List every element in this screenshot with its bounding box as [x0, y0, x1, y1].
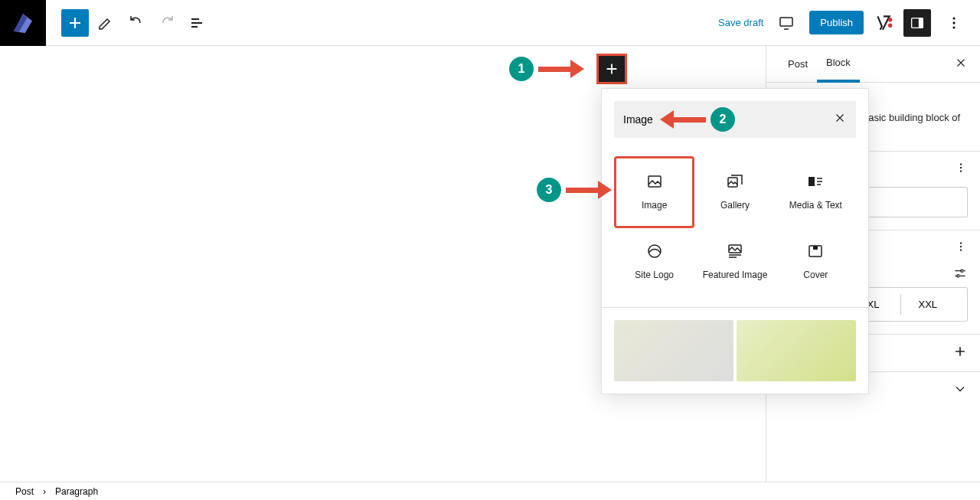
list-icon: [188, 14, 207, 32]
plus-icon: [66, 14, 84, 32]
svg-point-6: [953, 21, 956, 24]
more-options-button[interactable]: [940, 9, 968, 37]
redo-icon: [158, 14, 176, 32]
svg-point-1: [888, 17, 892, 21]
display-icon: [777, 14, 795, 32]
svg-point-12: [960, 246, 962, 247]
pattern-preview[interactable]: [737, 320, 856, 381]
add-block-button[interactable]: [596, 54, 627, 84]
toggle-inserter-button[interactable]: [61, 9, 89, 37]
svg-point-13: [960, 250, 962, 251]
undo-button[interactable]: [122, 9, 150, 37]
svg-point-15: [957, 275, 959, 277]
clear-search-button[interactable]: [833, 111, 847, 128]
image-icon: [645, 172, 664, 191]
svg-point-7: [953, 26, 956, 28]
breadcrumb-current[interactable]: Paragraph: [55, 486, 98, 497]
yoast-icon[interactable]: [873, 12, 894, 34]
svg-rect-22: [813, 246, 818, 250]
block-option-cover[interactable]: Cover: [776, 228, 856, 296]
block-inserter-popup: Image Gallery Media & Text Site Logo Fea…: [601, 88, 869, 394]
svg-point-9: [960, 167, 962, 168]
annotation-1: 1: [509, 57, 584, 81]
redo-button[interactable]: [153, 9, 181, 37]
sliders-icon[interactable]: [952, 266, 968, 281]
edit-tool-button[interactable]: [92, 9, 119, 37]
svg-point-2: [888, 23, 892, 27]
kebab-icon: [945, 14, 963, 32]
expand-panel-button[interactable]: [952, 381, 968, 400]
breadcrumb: Post › Paragraph: [0, 482, 980, 500]
document-overview-button[interactable]: [184, 9, 211, 37]
block-patterns: [602, 307, 868, 394]
annotation-3: 3: [537, 178, 612, 202]
undo-icon: [127, 14, 145, 32]
block-option-gallery[interactable]: Gallery: [694, 156, 775, 228]
plus-icon: [952, 344, 968, 359]
plus-icon: [603, 60, 620, 77]
preview-button[interactable]: [773, 9, 800, 37]
close-icon: [954, 56, 968, 70]
kebab-icon: [954, 240, 968, 253]
size-xxl[interactable]: XXL: [900, 294, 955, 315]
site-logo-icon: [645, 242, 664, 260]
panel-options-button[interactable]: [954, 161, 968, 178]
annotation-2: 2: [660, 107, 735, 132]
svg-rect-4: [919, 18, 923, 28]
panel-options-button[interactable]: [954, 240, 968, 257]
sidebar-icon: [909, 15, 926, 31]
svg-rect-16: [648, 176, 661, 187]
top-toolbar: Save draft Publish: [0, 0, 980, 46]
svg-point-10: [960, 171, 962, 172]
svg-rect-0: [780, 18, 792, 26]
svg-point-8: [960, 164, 962, 165]
tab-block[interactable]: Block: [817, 46, 860, 83]
chevron-down-icon: [952, 381, 968, 397]
tab-post[interactable]: Post: [779, 46, 817, 83]
featured-image-icon: [726, 242, 744, 260]
settings-toggle[interactable]: [903, 9, 931, 37]
cover-icon: [806, 242, 825, 260]
save-draft-button[interactable]: Save draft: [718, 17, 763, 28]
chevron-right-icon: ›: [43, 486, 46, 497]
close-sidebar-button[interactable]: [954, 56, 968, 73]
svg-rect-18: [808, 177, 815, 186]
svg-point-11: [960, 243, 962, 244]
block-option-media-text[interactable]: Media & Text: [776, 156, 856, 228]
publish-button[interactable]: Publish: [809, 11, 864, 34]
close-icon: [833, 111, 847, 125]
pattern-preview[interactable]: [614, 320, 733, 381]
block-option-featured-image[interactable]: Featured Image: [694, 228, 775, 296]
block-option-image[interactable]: Image: [614, 156, 694, 228]
kebab-icon: [954, 161, 968, 175]
svg-point-14: [961, 270, 963, 272]
media-text-icon: [806, 172, 825, 191]
breadcrumb-root[interactable]: Post: [15, 486, 34, 497]
block-option-site-logo[interactable]: Site Logo: [614, 228, 694, 296]
gallery-icon: [726, 172, 744, 191]
add-panel-button[interactable]: [952, 344, 968, 362]
svg-point-5: [953, 17, 956, 19]
pencil-icon: [96, 14, 115, 32]
site-logo[interactable]: [0, 0, 46, 46]
